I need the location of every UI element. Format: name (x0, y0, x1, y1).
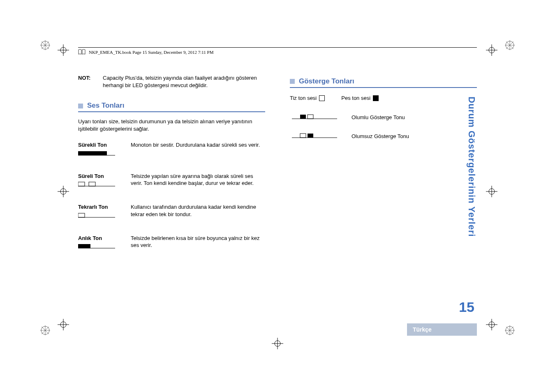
tone-name: Süreli Ton (78, 173, 123, 180)
tone-name: Anlık Ton (78, 235, 123, 242)
side-tab: Durum Göstergelerinin Yerleri (466, 97, 477, 237)
section-audio-title: Ses Tonları (87, 101, 124, 111)
legend-high-label: Tiz ton sesi (290, 95, 317, 102)
tone-desc: Kullanıcı tarafından durdurulana kadar k… (131, 203, 265, 218)
legend-high-icon (319, 95, 325, 101)
note-text: Capacity Plus'da, telsizin yayında olan … (103, 74, 265, 89)
svg-rect-48 (78, 244, 90, 248)
section-rule (78, 111, 265, 112)
crosshair-icon (486, 186, 497, 197)
negative-indicator-icon (292, 132, 337, 140)
section-bullet-icon (78, 104, 83, 108)
right-column: Gösterge Tonları Tiz ton sesi Pes ton se… (290, 74, 477, 265)
page-number: 15 (459, 299, 474, 315)
tone-desc: Telsizde belirlenen kısa bir süre boyunc… (131, 235, 265, 249)
tone-continuous: Sürekli Ton Monoton bir sestir. Durdurul… (78, 141, 265, 158)
print-corner-icon (39, 39, 51, 51)
svg-rect-51 (300, 115, 306, 119)
book-icon (78, 49, 86, 55)
language-bar: Türkçe (407, 323, 477, 336)
svg-rect-43 (78, 182, 85, 186)
svg-rect-46 (78, 213, 85, 217)
indicator-negative: Olumsuz Gösterge Tonu (290, 132, 477, 140)
print-corner-icon (504, 325, 516, 336)
svg-rect-55 (308, 134, 313, 138)
tone-momentary: Anlık Ton Telsizde belirlenen kısa bir s… (78, 235, 265, 251)
running-header: NKP_EMEA_TK.book Page 15 Sunday, Decembe… (78, 47, 477, 55)
section-indicator-heading: Gösterge Tonları (290, 77, 477, 86)
section-rule (290, 87, 477, 88)
print-corner-icon (504, 39, 516, 51)
tone-legend: Tiz ton sesi Pes ton sesi (290, 95, 477, 102)
tone-repetitive: Tekrarlı Ton Kullanıcı tarafından durdur… (78, 203, 265, 220)
section-bullet-icon (290, 79, 295, 84)
legend-low-label: Pes ton sesi (341, 95, 370, 102)
section-audio-heading: Ses Tonları (78, 101, 265, 111)
left-column: NOT: Capacity Plus'da, telsizin yayında … (78, 74, 265, 265)
note-label: NOT: (78, 74, 96, 89)
tone-periodic: Süreli Ton Telsizde yapılan süre ayarına… (78, 173, 265, 189)
tone-repetitive-icon (78, 212, 115, 220)
crosshair-icon (486, 44, 497, 56)
note-block: NOT: Capacity Plus'da, telsizin yayında … (78, 74, 265, 89)
tone-name: Sürekli Ton (78, 141, 123, 149)
section-indicator-title: Gösterge Tonları (299, 77, 354, 86)
tone-continuous-icon (78, 150, 115, 158)
crosshair-icon (58, 319, 69, 330)
crosshair-icon (486, 319, 497, 330)
legend-low-icon (373, 95, 379, 101)
positive-indicator-icon (292, 113, 337, 121)
svg-rect-54 (300, 134, 306, 138)
indicator-positive: Olumlu Gösterge Tonu (290, 113, 477, 121)
running-header-text: NKP_EMEA_TK.book Page 15 Sunday, Decembe… (89, 50, 214, 55)
indicator-label: Olumsuz Gösterge Tonu (352, 133, 409, 140)
svg-rect-44 (89, 182, 95, 186)
print-corner-icon (39, 325, 51, 336)
crosshair-icon (58, 186, 69, 197)
tone-name: Tekrarlı Ton (78, 203, 123, 211)
section-audio-intro: Uyarı tonları size, telsizin durumunun y… (78, 118, 265, 132)
language-label: Türkçe (413, 326, 432, 333)
tone-desc: Telsizde yapılan süre ayarına bağlı olar… (131, 173, 265, 187)
tone-periodic-icon (78, 181, 115, 189)
svg-rect-41 (78, 151, 107, 155)
crosshair-icon (58, 44, 69, 56)
tone-desc: Monoton bir sestir. Durdurulana kadar sü… (131, 141, 265, 149)
tone-momentary-icon (78, 243, 115, 251)
indicator-label: Olumlu Gösterge Tonu (352, 114, 405, 121)
svg-rect-52 (308, 115, 313, 119)
